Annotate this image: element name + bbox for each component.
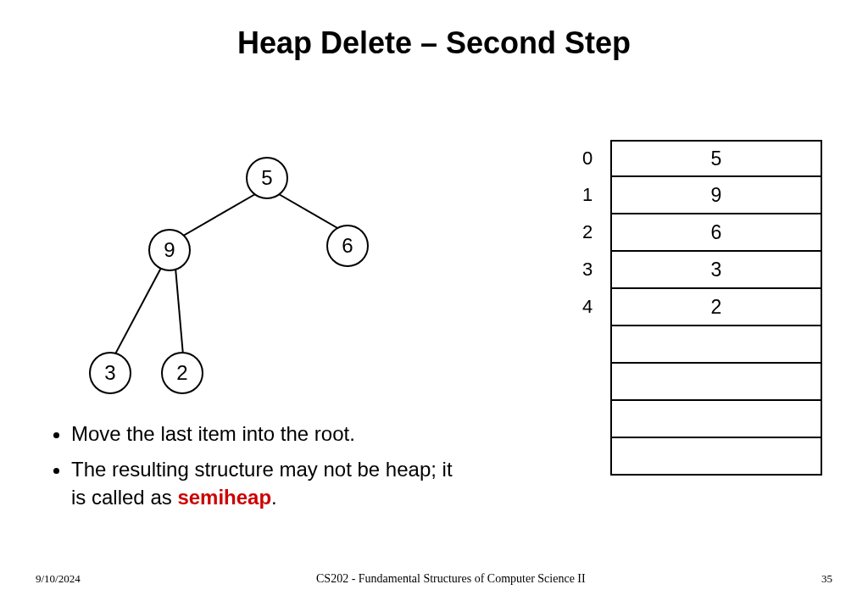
node-value: 3 bbox=[104, 361, 115, 385]
bullet-text: Move the last item into the root. bbox=[71, 422, 355, 445]
tree-node: 3 bbox=[89, 352, 131, 394]
array-index: 0 bbox=[582, 147, 593, 170]
array-value: 6 bbox=[711, 221, 722, 244]
list-item: The resulting structure may not be heap;… bbox=[71, 455, 458, 512]
table-row bbox=[610, 364, 822, 401]
array-value: 9 bbox=[711, 184, 722, 207]
slide-title: Heap Delete – Second Step bbox=[0, 25, 868, 61]
array-index: 2 bbox=[582, 221, 593, 243]
table-row: 05 bbox=[610, 140, 822, 177]
table-row: 26 bbox=[610, 214, 822, 252]
table-row: 19 bbox=[610, 177, 822, 214]
highlight-term: semiheap bbox=[177, 486, 271, 509]
array-index: 1 bbox=[582, 184, 593, 206]
bullet-list: Move the last item into the root. The re… bbox=[51, 420, 458, 519]
table-row bbox=[610, 326, 822, 364]
table-row bbox=[610, 438, 822, 476]
heap-array-table: 05 19 26 33 42 bbox=[610, 140, 822, 476]
table-row: 42 bbox=[610, 289, 822, 326]
slide-footer: 9/10/2024 CS202 - Fundamental Structures… bbox=[0, 572, 868, 586]
node-value: 2 bbox=[176, 361, 187, 385]
array-value: 5 bbox=[711, 147, 722, 170]
footer-course: CS202 - Fundamental Structures of Comput… bbox=[316, 572, 586, 586]
footer-date: 9/10/2024 bbox=[36, 572, 81, 586]
table-row bbox=[610, 401, 822, 438]
tree-node-root: 5 bbox=[246, 157, 288, 199]
tree-node: 9 bbox=[148, 229, 191, 271]
table-row: 33 bbox=[610, 252, 822, 289]
list-item: Move the last item into the root. bbox=[71, 420, 458, 448]
array-value: 3 bbox=[711, 259, 722, 281]
tree-node: 6 bbox=[326, 225, 369, 267]
array-value: 2 bbox=[711, 296, 722, 319]
tree-node: 2 bbox=[161, 352, 203, 394]
footer-page-number: 35 bbox=[821, 572, 832, 586]
array-index: 4 bbox=[582, 296, 593, 318]
array-index: 3 bbox=[582, 259, 593, 281]
node-value: 6 bbox=[342, 234, 353, 258]
heap-tree-diagram: 5 9 6 3 2 bbox=[59, 144, 398, 398]
bullet-text: . bbox=[271, 486, 277, 509]
node-value: 5 bbox=[261, 166, 272, 190]
node-value: 9 bbox=[164, 238, 175, 262]
